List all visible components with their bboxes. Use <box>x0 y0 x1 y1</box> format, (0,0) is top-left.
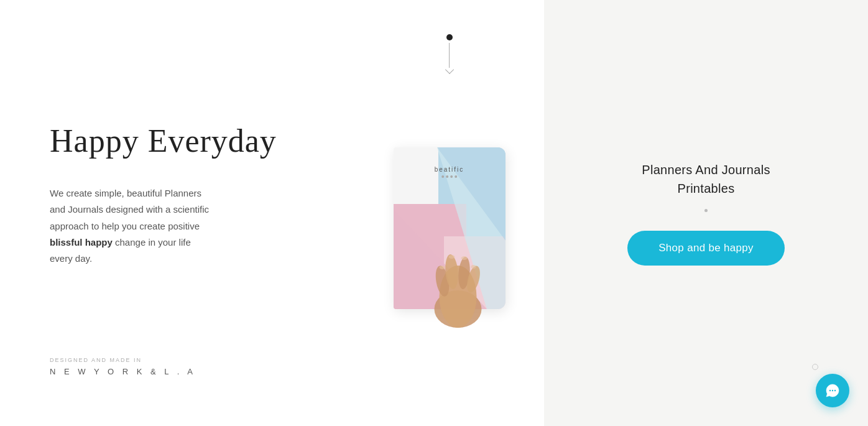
chat-button[interactable] <box>816 374 849 407</box>
shop-button[interactable]: Shop and be happy <box>627 231 785 266</box>
svg-point-14 <box>832 390 833 391</box>
brand-dot-1 <box>441 175 444 178</box>
svg-point-9 <box>439 266 445 269</box>
center-section: beatific <box>354 0 544 426</box>
svg-point-13 <box>829 390 831 391</box>
hand-svg <box>430 247 486 328</box>
right-section: Planners And Journals Printables Shop an… <box>544 0 868 426</box>
hero-title: Happy Everyday <box>50 122 317 160</box>
svg-point-15 <box>834 390 836 391</box>
category-line2: Printables <box>678 182 735 195</box>
scroll-line <box>449 43 450 68</box>
hero-description: We create simple, beautiful Planners and… <box>50 185 211 267</box>
svg-point-12 <box>471 265 476 269</box>
scroll-indicator <box>446 34 453 73</box>
brand-dot-2 <box>446 175 448 178</box>
hand-element <box>430 247 486 328</box>
description-text: We create simple, beautiful Planners and… <box>50 188 209 264</box>
deco-circle <box>812 364 818 370</box>
journal-brand-text: beatific <box>435 166 464 173</box>
scroll-dot <box>446 34 453 40</box>
product-category: Planners And Journals Printables <box>642 160 770 198</box>
designed-in-section: DESIGNED AND MADE IN N E W Y O R K & L .… <box>50 357 196 376</box>
journal-wrapper: beatific <box>387 85 512 309</box>
chat-icon <box>824 382 841 399</box>
journal-brand: beatific <box>435 166 464 178</box>
journal-brand-dots <box>435 175 464 178</box>
designed-label: DESIGNED AND MADE IN <box>50 357 196 363</box>
left-section: Happy Everyday We create simple, beautif… <box>0 0 354 426</box>
category-dot <box>704 209 708 212</box>
category-line1: Planners And Journals <box>642 163 770 177</box>
brand-dot-3 <box>450 175 453 178</box>
svg-point-11 <box>461 256 467 260</box>
city-label: N E W Y O R K & L . A <box>50 367 196 376</box>
svg-point-10 <box>448 255 455 259</box>
scroll-arrow-icon <box>445 65 453 74</box>
bold-text: blissful happy <box>50 237 113 248</box>
product-image-container: beatific <box>381 85 518 359</box>
brand-dot-4 <box>455 175 457 178</box>
